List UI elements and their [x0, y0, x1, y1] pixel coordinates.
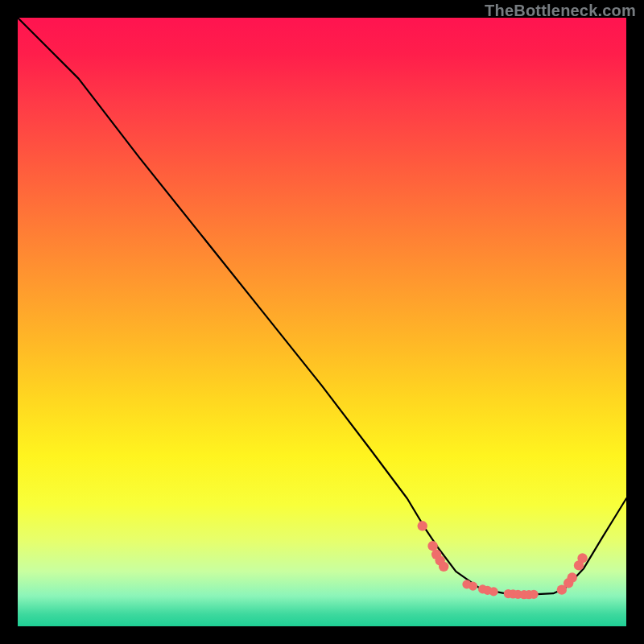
- watermark-text: TheBottleneck.com: [485, 2, 636, 20]
- curve-marker: [439, 562, 448, 572]
- plot-area: [18, 18, 626, 626]
- curve-marker: [577, 553, 587, 563]
- curve-marker: [568, 572, 577, 582]
- curve-marker: [427, 541, 437, 551]
- curve-marker: [530, 590, 539, 599]
- curve-marker: [489, 587, 498, 596]
- curve-markers: [418, 521, 588, 599]
- chart-svg: [18, 18, 626, 626]
- curve-marker: [418, 521, 427, 530]
- chart-container: TheBottleneck.com: [0, 0, 644, 644]
- curve-marker: [469, 582, 477, 591]
- bottleneck-curve: [18, 18, 626, 595]
